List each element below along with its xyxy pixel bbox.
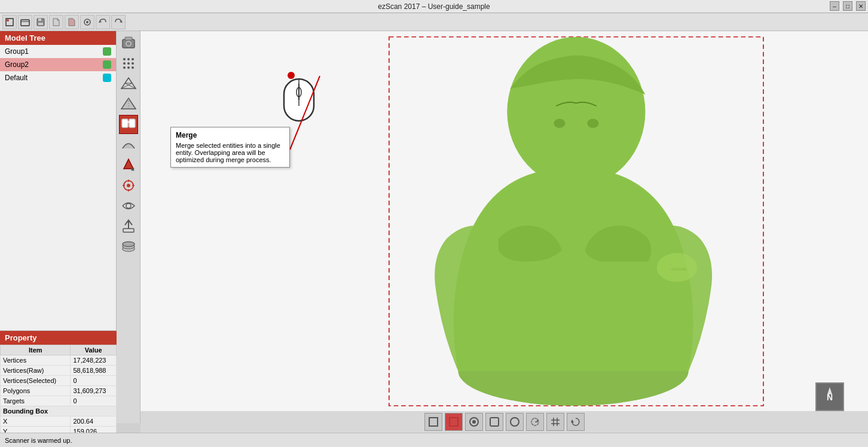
- svg-marker-69: [571, 419, 574, 422]
- rt-view[interactable]: [119, 196, 138, 215]
- top-toolbar: [0, 13, 868, 31]
- rt-mesh[interactable]: [119, 74, 138, 93]
- status-bar: Scanner is warmed up.: [0, 433, 868, 447]
- property-col-value: Value: [71, 345, 117, 355]
- rt-solid[interactable]: [119, 95, 138, 114]
- bottom-btn-4[interactable]: [485, 413, 503, 431]
- property-row: Targets0: [1, 396, 117, 406]
- svg-point-14: [127, 58, 130, 60]
- bottom-btn-3[interactable]: [465, 413, 483, 431]
- close-button[interactable]: ✕: [856, 1, 866, 11]
- rt-target[interactable]: [119, 176, 138, 195]
- svg-point-17: [127, 62, 130, 65]
- model-tree-header: Model Tree: [0, 31, 116, 45]
- property-row-item: Polygons: [1, 386, 71, 396]
- svg-rect-61: [490, 418, 499, 426]
- property-panel: Property Item Value Vertices17,248,223Ve…: [0, 330, 117, 447]
- svg-point-54: [288, 72, 295, 79]
- svg-point-60: [472, 420, 476, 424]
- property-row-item: Vertices(Raw): [1, 366, 71, 376]
- property-row: Vertices17,248,223: [1, 355, 117, 366]
- rt-export2[interactable]: [119, 217, 138, 236]
- toolbar-undo[interactable]: [96, 15, 110, 29]
- sidebar-left: Model Tree Group1 Group2 Default Propert…: [0, 31, 117, 447]
- tree-item-group1[interactable]: Group1: [0, 45, 116, 58]
- rt-scan[interactable]: [119, 34, 138, 53]
- svg-text:ezScan: ezScan: [671, 266, 687, 272]
- viewport[interactable]: ezScan Merge Merge s: [140, 31, 868, 423]
- toolbar-settings[interactable]: [80, 15, 94, 29]
- toolbar-open[interactable]: [18, 15, 32, 29]
- property-row-value: 31,609,273: [71, 386, 117, 396]
- merge-tooltip: Merge Merge selected entities into a sin…: [278, 67, 320, 129]
- window-controls: – □ ✕: [830, 1, 866, 11]
- bottom-btn-5[interactable]: [506, 413, 524, 431]
- tooltip-box: Merge Merge selected entities into a sin…: [170, 127, 290, 168]
- svg-point-21: [132, 66, 134, 69]
- tree-item-group2[interactable]: Group2: [0, 58, 116, 71]
- right-toolbar: [117, 31, 140, 423]
- property-row-value: 0: [71, 376, 117, 386]
- svg-point-18: [132, 62, 134, 65]
- svg-point-15: [132, 58, 134, 60]
- property-row: Vertices(Selected)0: [1, 376, 117, 386]
- property-row-item: X: [1, 416, 71, 427]
- svg-marker-9: [120, 20, 123, 23]
- property-row-value: 17,248,223: [71, 355, 117, 366]
- svg-point-1: [7, 19, 9, 22]
- viewport-canvas: ezScan: [140, 31, 868, 423]
- tree-item-default-label: Default: [5, 74, 27, 82]
- tooltip-title: Merge: [176, 131, 285, 139]
- svg-rect-10: [123, 39, 135, 48]
- svg-point-47: [554, 118, 565, 127]
- maximize-button[interactable]: □: [843, 1, 852, 11]
- svg-point-34: [127, 184, 130, 187]
- property-col-item: Item: [1, 345, 71, 355]
- tree-item-group2-dot: [103, 60, 111, 69]
- svg-point-43: [123, 242, 135, 247]
- toolbar-save[interactable]: [33, 15, 48, 29]
- svg-point-48: [587, 118, 598, 127]
- bottom-btn-1[interactable]: [424, 413, 442, 431]
- svg-rect-12: [125, 37, 132, 40]
- title-text: ezScan 2017 – User-guide_sample: [378, 2, 490, 11]
- tree-item-default[interactable]: Default: [0, 71, 116, 84]
- property-row-value: 0: [71, 396, 117, 406]
- property-row-item: Vertices: [1, 355, 71, 366]
- bottom-btn-2[interactable]: [445, 413, 463, 431]
- rt-points[interactable]: [119, 54, 138, 73]
- svg-rect-58: [450, 418, 458, 426]
- tooltip-description: Merge selected entities into a single en…: [176, 142, 285, 163]
- rt-smooth[interactable]: [119, 135, 138, 154]
- svg-point-13: [123, 58, 126, 60]
- svg-marker-30: [124, 159, 133, 169]
- bottom-btn-rotate[interactable]: [526, 413, 544, 431]
- rt-merge[interactable]: [119, 115, 138, 134]
- compass-icon: N: [815, 382, 844, 411]
- svg-rect-40: [123, 229, 134, 232]
- svg-marker-8: [99, 20, 102, 23]
- tree-item-group1-dot: [103, 47, 111, 56]
- toolbar-import[interactable]: [49, 15, 63, 29]
- compass: N: [815, 382, 844, 411]
- tree-item-group1-label: Group1: [5, 47, 29, 56]
- svg-point-62: [511, 418, 519, 426]
- property-row-item: Vertices(Selected): [1, 376, 71, 386]
- rt-delete[interactable]: [119, 156, 138, 175]
- svg-rect-2: [21, 20, 29, 26]
- svg-rect-57: [429, 418, 438, 426]
- svg-point-16: [123, 62, 126, 65]
- svg-point-19: [123, 66, 126, 69]
- bottom-btn-refresh[interactable]: [567, 413, 585, 431]
- toolbar-redo[interactable]: [111, 15, 126, 29]
- minimize-button[interactable]: –: [830, 1, 839, 11]
- svg-rect-29: [129, 119, 135, 127]
- property-row: Vertices(Raw)58,618,988: [1, 366, 117, 376]
- property-row: Polygons31,609,273: [1, 386, 117, 396]
- title-bar: ezScan 2017 – User-guide_sample – □ ✕: [0, 0, 868, 13]
- bottom-btn-grid[interactable]: [546, 413, 564, 431]
- toolbar-new[interactable]: [2, 15, 17, 29]
- svg-rect-28: [122, 119, 128, 127]
- rt-layers[interactable]: [119, 237, 138, 256]
- toolbar-export[interactable]: [65, 15, 79, 29]
